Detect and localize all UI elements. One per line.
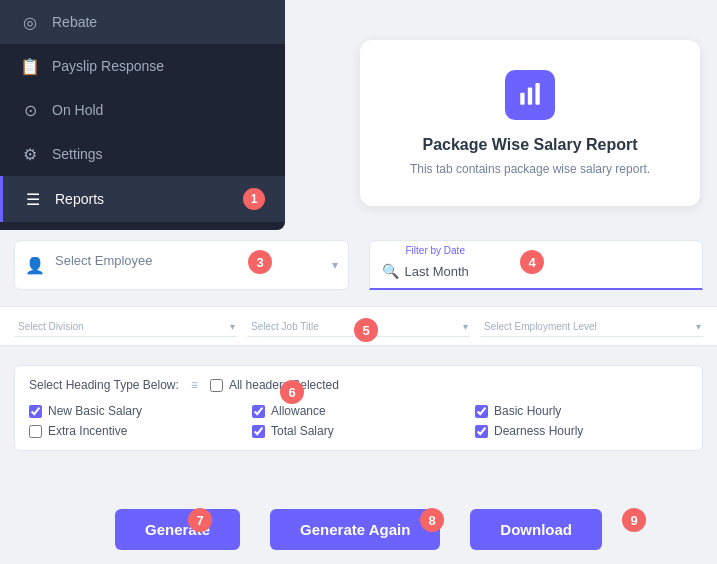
employment-level-label: Select Employment Level bbox=[484, 321, 699, 332]
bar-chart-icon bbox=[517, 82, 543, 108]
heading-section: Select Heading Type Below: ≡ All headers… bbox=[14, 365, 703, 451]
checkbox-label-new-basic-salary: New Basic Salary bbox=[48, 404, 142, 418]
generate-button[interactable]: Generate bbox=[115, 509, 240, 550]
svg-rect-0 bbox=[520, 93, 524, 105]
heading-label: Select Heading Type Below: bbox=[29, 378, 179, 392]
onhold-icon: ⊙ bbox=[20, 100, 40, 120]
division-label: Select Division bbox=[18, 321, 233, 332]
download-button[interactable]: Download bbox=[470, 509, 602, 550]
payslip-icon: 📋 bbox=[20, 56, 40, 76]
reports-icon: ☰ bbox=[23, 189, 43, 209]
checkbox-input-allowance[interactable] bbox=[252, 405, 265, 418]
buttons-row: Generate Generate Again Download bbox=[0, 509, 717, 550]
checkbox-item-dearness-hourly[interactable]: Dearness Hourly bbox=[475, 424, 688, 438]
report-card-description: This tab contains package wise salary re… bbox=[380, 162, 680, 176]
division-arrow: ▾ bbox=[230, 320, 235, 331]
employee-select[interactable]: 👤 Select Employee ▾ bbox=[14, 240, 349, 290]
employee-dropdown-arrow: ▾ bbox=[332, 258, 338, 272]
sidebar-item-label: On Hold bbox=[52, 102, 103, 118]
employment-level-select[interactable]: Select Employment Level ▾ bbox=[480, 315, 703, 337]
date-filter-label: Filter by Date bbox=[406, 245, 465, 256]
filters-row2-badge: 5 bbox=[354, 318, 378, 342]
date-badge: 4 bbox=[520, 250, 544, 274]
filters-section: 👤 Select Employee ▾ Filter by Date 🔍 Las… bbox=[0, 230, 717, 300]
report-card-icon-wrap bbox=[505, 70, 555, 120]
employee-placeholder: Select Employee bbox=[55, 253, 153, 268]
reports-badge: 1 bbox=[243, 188, 265, 210]
employment-level-arrow: ▾ bbox=[696, 320, 701, 331]
checkboxes-grid: New Basic SalaryAllowanceBasic HourlyExt… bbox=[29, 404, 688, 438]
filter-icon: ≡ bbox=[191, 378, 198, 392]
checkbox-label-total-salary: Total Salary bbox=[271, 424, 334, 438]
report-card-title: Package Wise Salary Report bbox=[380, 136, 680, 154]
report-card: 2 Package Wise Salary Report This tab co… bbox=[360, 40, 700, 206]
sidebar-item-label: Reports bbox=[55, 191, 104, 207]
sidebar-item-label: Payslip Response bbox=[52, 58, 164, 74]
sidebar-item-reports[interactable]: ☰ Reports 1 bbox=[0, 176, 285, 222]
checkbox-item-basic-hourly[interactable]: Basic Hourly bbox=[475, 404, 688, 418]
checkbox-input-basic-hourly[interactable] bbox=[475, 405, 488, 418]
all-headers-input[interactable] bbox=[210, 379, 223, 392]
sidebar-item-settings[interactable]: ⚙ Settings bbox=[0, 132, 285, 176]
sidebar-item-payslip[interactable]: 📋 Payslip Response bbox=[0, 44, 285, 88]
sidebar-item-onhold[interactable]: ⊙ On Hold bbox=[0, 88, 285, 132]
generate-again-badge: 8 bbox=[420, 508, 444, 532]
person-icon: 👤 bbox=[25, 256, 45, 275]
employee-badge: 3 bbox=[248, 250, 272, 274]
svg-rect-1 bbox=[528, 87, 532, 104]
checkbox-label-dearness-hourly: Dearness Hourly bbox=[494, 424, 583, 438]
headings-badge: 6 bbox=[280, 380, 304, 404]
checkbox-label-basic-hourly: Basic Hourly bbox=[494, 404, 561, 418]
sidebar: ◎ Rebate 📋 Payslip Response ⊙ On Hold ⚙ … bbox=[0, 0, 285, 230]
download-badge: 9 bbox=[622, 508, 646, 532]
checkbox-item-extra-incentive[interactable]: Extra Incentive bbox=[29, 424, 242, 438]
division-select[interactable]: Select Division ▾ bbox=[14, 315, 237, 337]
sidebar-item-label: Rebate bbox=[52, 14, 97, 30]
sidebar-item-label: Settings bbox=[52, 146, 103, 162]
all-headers-checkbox[interactable]: All headers Selected bbox=[210, 378, 339, 392]
rebate-icon: ◎ bbox=[20, 12, 40, 32]
checkbox-input-new-basic-salary[interactable] bbox=[29, 405, 42, 418]
sidebar-item-rebate[interactable]: ◎ Rebate bbox=[0, 0, 285, 44]
checkbox-label-allowance: Allowance bbox=[271, 404, 326, 418]
generate-again-button[interactable]: Generate Again bbox=[270, 509, 440, 550]
checkbox-input-total-salary[interactable] bbox=[252, 425, 265, 438]
settings-icon: ⚙ bbox=[20, 144, 40, 164]
checkbox-input-extra-incentive[interactable] bbox=[29, 425, 42, 438]
date-value-text: Last Month bbox=[405, 264, 469, 279]
checkbox-item-total-salary[interactable]: Total Salary bbox=[252, 424, 465, 438]
checkbox-label-extra-incentive: Extra Incentive bbox=[48, 424, 127, 438]
heading-top: Select Heading Type Below: ≡ All headers… bbox=[29, 378, 688, 392]
svg-rect-2 bbox=[535, 83, 539, 105]
search-icon: 🔍 bbox=[382, 263, 399, 279]
job-title-arrow: ▾ bbox=[463, 320, 468, 331]
generate-badge: 7 bbox=[188, 508, 212, 532]
checkbox-item-allowance[interactable]: Allowance bbox=[252, 404, 465, 418]
checkbox-input-dearness-hourly[interactable] bbox=[475, 425, 488, 438]
checkbox-item-new-basic-salary[interactable]: New Basic Salary bbox=[29, 404, 242, 418]
